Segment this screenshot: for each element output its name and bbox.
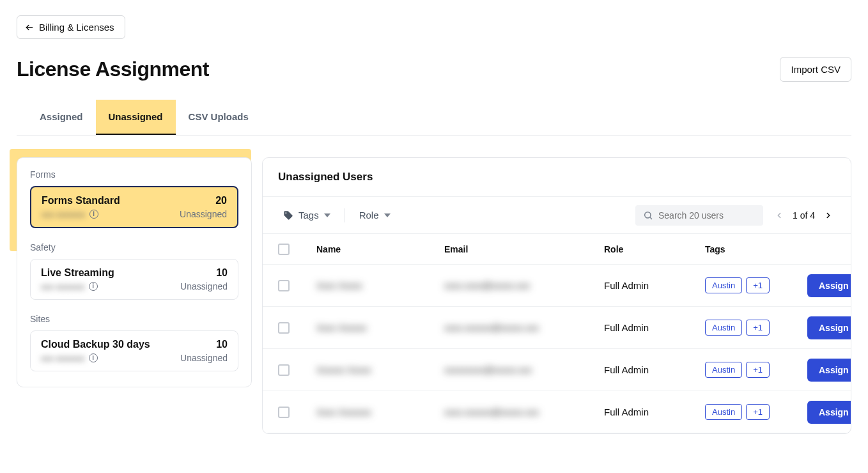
caret-down-icon [324, 212, 330, 219]
pager-text: 1 of 4 [793, 210, 815, 221]
sidebar-group-label-forms: Forms [30, 169, 238, 180]
user-role: Full Admin [604, 364, 705, 375]
row-checkbox[interactable] [278, 364, 290, 376]
filter-tags-label: Tags [298, 210, 319, 221]
info-icon[interactable]: i [89, 282, 98, 291]
license-count-label: Unassigned [180, 281, 228, 291]
user-email-redacted: xxxxxxxxx@xxxxx.xxx [444, 365, 604, 375]
select-all-checkbox[interactable] [278, 244, 290, 255]
tag-chip-more[interactable]: +1 [746, 320, 770, 336]
tabs: Assigned Unassigned CSV Uploads [17, 100, 851, 136]
table-row: Xxxxxx Xxxxx xxxxxxxxx@xxxxx.xxx Full Ad… [263, 349, 851, 391]
assign-button[interactable]: Assign [807, 316, 851, 339]
row-checkbox[interactable] [278, 407, 290, 418]
tag-chip-more[interactable]: +1 [746, 362, 770, 378]
pager-next-button[interactable] [821, 208, 835, 222]
info-icon[interactable]: i [89, 210, 98, 219]
tag-chip[interactable]: Austin [705, 320, 742, 336]
arrow-left-icon [25, 23, 34, 32]
license-count-label: Unassigned [180, 353, 228, 363]
table-row: Xxxx Xxxxx xxxx.xxxx@xxxxx.xxx Full Admi… [263, 265, 851, 307]
search-input[interactable] [658, 210, 756, 221]
tag-chip[interactable]: Austin [705, 362, 742, 378]
user-name-redacted: Xxxxxx Xxxxx [316, 365, 444, 375]
sidebar-group-label-safety: Safety [30, 242, 238, 252]
tab-unassigned[interactable]: Unassigned [96, 100, 176, 135]
license-name: Forms Standard [42, 195, 120, 206]
row-checkbox[interactable] [278, 280, 290, 291]
chevron-right-icon [824, 211, 833, 220]
tag-chip[interactable]: Austin [705, 277, 742, 293]
tag-chip[interactable]: Austin [705, 404, 742, 420]
column-role: Role [604, 244, 705, 254]
info-icon[interactable]: i [89, 353, 98, 362]
user-email-redacted: xxxx.xxxx@xxxxx.xxx [444, 281, 604, 291]
import-csv-button[interactable]: Import CSV [780, 57, 851, 82]
import-csv-label: Import CSV [791, 64, 841, 75]
search-input-wrap[interactable] [635, 205, 763, 226]
license-count-label: Unassigned [180, 209, 227, 219]
tag-icon [283, 210, 293, 221]
user-name-redacted: Xxxx Xxxxxx [316, 323, 444, 333]
license-count: 10 [216, 267, 228, 279]
assign-button[interactable]: Assign [807, 401, 851, 424]
filter-role-label: Role [359, 210, 379, 221]
pager-prev-button[interactable] [772, 208, 786, 222]
user-email-redacted: xxxx.xxxxxx@xxxxx.xxx [444, 323, 604, 333]
row-checkbox[interactable] [278, 322, 290, 334]
sidebar-group-label-sites: Sites [30, 314, 238, 324]
license-price-redacted: xxx xxxxxxx [41, 353, 85, 363]
assign-button[interactable]: Assign [807, 359, 851, 382]
table-row: Xxxx Xxxxxx xxxx.xxxxxx@xxxxx.xxx Full A… [263, 307, 851, 349]
assign-button[interactable]: Assign [807, 274, 851, 297]
license-item-forms-standard[interactable]: Forms Standard 20 xxx xxxxxxx i Unassign… [30, 186, 238, 228]
divider [345, 208, 345, 222]
license-item-cloud-backup[interactable]: Cloud Backup 30 days 10 xxx xxxxxxx i Un… [30, 330, 238, 371]
table-row: Xxxx Xxxxxxx xxxx.xxxxxx@xxxxx.xxx Full … [263, 391, 851, 433]
tag-chip-more[interactable]: +1 [746, 404, 770, 420]
user-name-redacted: Xxxx Xxxxxxx [316, 407, 444, 417]
search-icon [643, 210, 653, 221]
license-name: Cloud Backup 30 days [41, 339, 150, 350]
column-email: Email [444, 244, 604, 254]
license-count: 20 [215, 195, 227, 206]
tag-chip-more[interactable]: +1 [746, 277, 770, 293]
license-item-live-streaming[interactable]: Live Streaming 10 xxx xxxxxxx i Unassign… [30, 259, 238, 300]
license-sidebar: Forms Forms Standard 20 xxx xxxxxxx i Un… [17, 157, 252, 387]
table-header-row: Name Email Role Tags [263, 234, 851, 265]
page-title: License Assignment [17, 58, 209, 81]
license-count: 10 [216, 339, 228, 350]
filter-role-button[interactable]: Role [354, 205, 396, 226]
panel-title: Unassigned Users [263, 158, 851, 196]
column-tags: Tags [705, 244, 807, 254]
back-to-billing-button[interactable]: Billing & Licenses [17, 15, 125, 39]
svg-point-1 [645, 212, 651, 217]
tab-assigned[interactable]: Assigned [27, 100, 96, 135]
tab-csv-uploads[interactable]: CSV Uploads [176, 100, 261, 135]
caret-down-icon [384, 212, 391, 219]
user-role: Full Admin [604, 280, 705, 291]
user-role: Full Admin [604, 322, 705, 333]
user-role: Full Admin [604, 407, 705, 417]
license-name: Live Streaming [41, 267, 114, 279]
chevron-left-icon [775, 211, 784, 220]
back-to-billing-label: Billing & Licenses [39, 22, 114, 33]
license-price-redacted: xxx xxxxxxx [42, 210, 86, 219]
license-price-redacted: xxx xxxxxxx [41, 282, 85, 291]
svg-line-2 [650, 217, 652, 219]
column-name: Name [316, 244, 444, 254]
user-name-redacted: Xxxx Xxxxx [316, 281, 444, 291]
filter-tags-button[interactable]: Tags [278, 205, 336, 226]
unassigned-users-panel: Unassigned Users Tags Role [262, 157, 851, 434]
user-email-redacted: xxxx.xxxxxx@xxxxx.xxx [444, 407, 604, 417]
